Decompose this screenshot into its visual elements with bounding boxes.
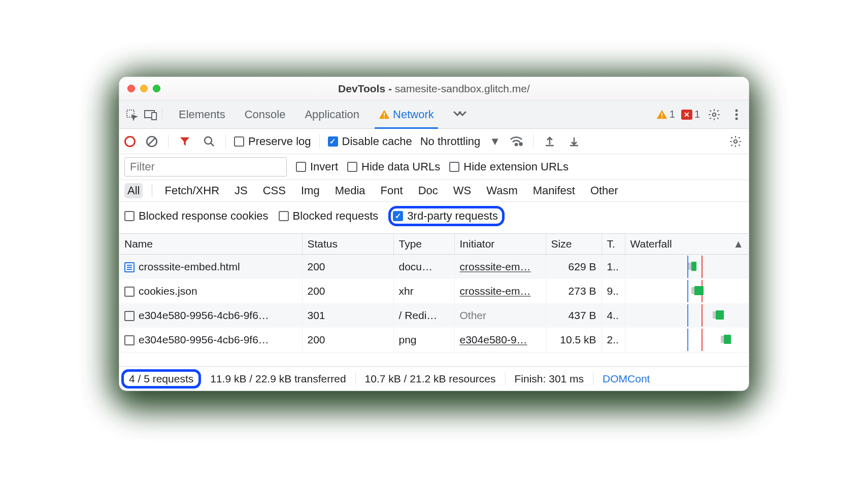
chip-manifest[interactable]: Manifest (530, 183, 578, 198)
disable-cache-checkbox[interactable]: ✓Disable cache (328, 135, 412, 148)
throttling-dropdown[interactable]: No throttling ▼ (420, 135, 500, 148)
chip-all[interactable]: All (124, 183, 143, 198)
network-toolbar: Preserve log ✓Disable cache No throttlin… (119, 129, 749, 154)
blocked-cookies-checkbox[interactable]: Blocked response cookies (124, 209, 269, 223)
th-type[interactable]: Type (393, 234, 454, 255)
tab-console[interactable]: Console (241, 100, 290, 128)
cell-type: png (393, 328, 454, 352)
settings-gear-icon[interactable] (706, 107, 722, 123)
cell-type: / Redi… (393, 303, 454, 328)
svg-rect-6 (661, 117, 662, 118)
cell-initiator: Other (454, 303, 546, 328)
cell-name: crosssite-embed.html (119, 255, 302, 279)
document-icon (124, 262, 135, 272)
preserve-log-checkbox[interactable]: Preserve log (234, 135, 311, 148)
th-status[interactable]: Status (302, 234, 393, 255)
finish-time: Finish: 301 ms (506, 373, 594, 385)
chip-wasm[interactable]: Wasm (483, 183, 521, 198)
cell-name: e304e580-9956-4cb6-9f6… (119, 328, 302, 352)
cell-size: 437 B (546, 303, 602, 328)
cell-waterfall (625, 303, 749, 328)
svg-point-17 (734, 139, 738, 143)
third-party-requests-checkbox[interactable]: ✓3rd-party requests (393, 209, 498, 223)
warnings-count[interactable]: 1 (656, 109, 675, 120)
file-icon (124, 335, 135, 345)
table-row[interactable]: crosssite-embed.html200docu…crosssite-em… (119, 255, 749, 279)
chip-doc[interactable]: Doc (415, 183, 441, 198)
cell-waterfall (625, 255, 749, 279)
chip-media[interactable]: Media (332, 183, 369, 198)
download-har-icon[interactable] (566, 133, 582, 150)
upload-har-icon[interactable] (542, 133, 558, 150)
cell-time: 4.. (602, 303, 625, 328)
devtools-top-row: Elements Console Application Network 1 ✕ (119, 100, 749, 129)
cell-status: 301 (302, 303, 393, 328)
th-size[interactable]: Size (546, 234, 602, 255)
table-row[interactable]: e304e580-9956-4cb6-9f6…301/ Redi…Other43… (119, 303, 749, 328)
initiator-link[interactable]: e304e580-9… (460, 334, 527, 345)
chip-css[interactable]: CSS (260, 183, 289, 198)
third-party-requests-highlight: ✓3rd-party requests (388, 206, 505, 226)
table-row[interactable]: e304e580-9956-4cb6-9f6…200pnge304e580-9…… (119, 328, 749, 352)
window-titlebar: DevTools - samesite-sandbox.glitch.me/ (119, 77, 749, 100)
network-requests-table: Name Status Type Initiator Size T. Water… (119, 234, 749, 352)
requests-count: 4 / 5 requests (129, 373, 193, 384)
filter-funnel-icon[interactable] (177, 133, 193, 150)
chip-other[interactable]: Other (587, 183, 621, 198)
th-time[interactable]: T. (602, 234, 625, 255)
th-initiator[interactable]: Initiator (454, 234, 546, 255)
search-icon[interactable] (201, 133, 217, 150)
hide-data-urls-checkbox[interactable]: Hide data URLs (347, 160, 440, 173)
requests-count-highlight: 4 / 5 requests (121, 369, 201, 389)
table-row[interactable]: cookies.json200xhrcrosssite-em…273 B9.. (119, 279, 749, 303)
initiator-link[interactable]: crosssite-em… (460, 261, 531, 272)
cell-time: 2.. (602, 328, 625, 352)
chip-fetch-xhr[interactable]: Fetch/XHR (161, 183, 222, 198)
chip-img[interactable]: Img (298, 183, 323, 198)
network-conditions-wifi-icon[interactable] (509, 133, 525, 150)
th-waterfall[interactable]: Waterfall▲ (625, 234, 749, 255)
inspect-element-icon[interactable] (123, 107, 140, 123)
tab-elements[interactable]: Elements (175, 100, 229, 128)
record-button[interactable] (124, 136, 136, 147)
chip-font[interactable]: Font (378, 183, 406, 198)
minimize-window-button[interactable] (140, 85, 148, 92)
cell-name: cookies.json (119, 279, 302, 303)
tab-network[interactable]: Network (375, 100, 438, 128)
svg-rect-4 (384, 117, 385, 118)
chip-ws[interactable]: WS (450, 183, 474, 198)
filter-bar: Invert Hide data URLs Hide extension URL… (119, 154, 749, 180)
errors-count[interactable]: ✕ 1 (681, 109, 700, 120)
tab-application[interactable]: Application (301, 100, 363, 128)
initiator-text: Other (460, 309, 487, 321)
cell-size: 273 B (546, 279, 602, 303)
filter-input[interactable] (124, 157, 287, 177)
maximize-window-button[interactable] (153, 85, 160, 92)
close-window-button[interactable] (127, 85, 135, 92)
devtools-window: DevTools - samesite-sandbox.glitch.me/ E… (119, 77, 749, 391)
svg-point-15 (515, 144, 517, 146)
more-options-kebab-icon[interactable] (728, 107, 745, 123)
cell-initiator: crosssite-em… (454, 255, 546, 279)
cell-time: 9.. (602, 279, 625, 303)
initiator-link[interactable]: crosssite-em… (460, 285, 531, 297)
th-name[interactable]: Name (119, 234, 302, 255)
table-header-row: Name Status Type Initiator Size T. Water… (119, 234, 749, 255)
device-toolbar-icon[interactable] (143, 107, 159, 123)
svg-line-14 (211, 143, 214, 146)
svg-point-8 (736, 109, 738, 112)
clear-button-icon[interactable] (144, 133, 160, 150)
hide-extension-urls-checkbox[interactable]: Hide extension URLs (449, 160, 569, 173)
invert-checkbox[interactable]: Invert (296, 160, 338, 173)
svg-rect-5 (661, 113, 662, 116)
cell-time: 1.. (602, 255, 625, 279)
chip-js[interactable]: JS (231, 183, 251, 198)
more-tabs-chevron-icon[interactable] (449, 100, 471, 128)
svg-line-12 (148, 137, 155, 145)
network-settings-gear-icon[interactable] (727, 133, 744, 150)
cell-waterfall (625, 279, 749, 303)
window-title: DevTools - samesite-sandbox.glitch.me/ (119, 83, 749, 95)
cell-status: 200 (302, 328, 393, 352)
blocked-requests-checkbox[interactable]: Blocked requests (279, 209, 379, 223)
cell-initiator: crosssite-em… (454, 279, 546, 303)
